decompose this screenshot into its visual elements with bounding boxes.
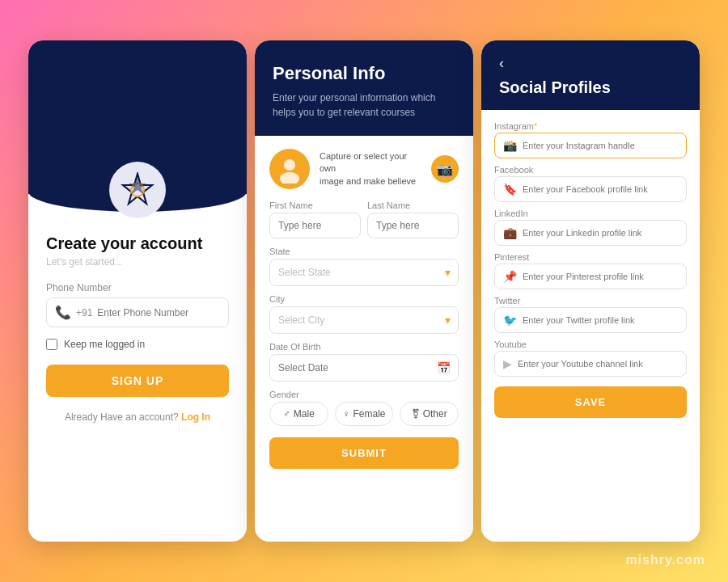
youtube-label: Youtube <box>494 340 687 349</box>
panel1-header <box>28 40 247 194</box>
dob-field: Date Of Birth 📅 <box>269 342 459 382</box>
city-field: City Select City ▾ <box>269 294 459 334</box>
submit-button[interactable]: SUBMIT <box>269 437 459 469</box>
last-name-input[interactable] <box>367 213 459 238</box>
keep-logged-label: Keep me logged in <box>64 339 145 350</box>
male-icon: ♂ <box>283 408 290 420</box>
keep-logged-row: Keep me logged in <box>46 339 229 350</box>
youtube-field: Youtube ▶ <box>494 340 687 377</box>
city-select-wrap[interactable]: Select City ▾ <box>269 306 459 334</box>
personal-info-subtitle: Enter your personal information which he… <box>273 91 455 120</box>
panel3-header: ‹ Social Profiles <box>481 40 700 110</box>
gender-male-button[interactable]: ♂ Male <box>269 402 328 426</box>
login-row: Already Have an account? Log In <box>46 411 229 423</box>
personal-info-title: Personal Info <box>273 63 455 84</box>
first-name-label: First Name <box>269 200 361 210</box>
twitter-input-wrap[interactable]: 🐦 <box>494 307 687 333</box>
create-account-title: Create your account <box>46 234 229 253</box>
phone-prefix: +91 <box>76 307 92 318</box>
instagram-input-wrap[interactable]: 📸 <box>494 133 687 158</box>
panel3-body: Instagram* 📸 Facebook 🔖 LinkedIn � <box>481 110 700 542</box>
logo-circle <box>109 162 166 218</box>
state-label: State <box>269 247 459 256</box>
date-wrap[interactable]: 📅 <box>269 354 459 382</box>
linkedin-input-wrap[interactable]: 💼 <box>494 220 687 246</box>
gender-other-button[interactable]: ⚧ Other <box>400 402 459 426</box>
other-icon: ⚧ <box>412 408 420 420</box>
keep-logged-checkbox[interactable] <box>46 339 57 350</box>
city-select[interactable]: Select City <box>269 306 459 334</box>
facebook-field: Facebook 🔖 <box>494 165 687 202</box>
gender-female-button[interactable]: ♀ Female <box>335 402 394 426</box>
linkedin-field: LinkedIn 💼 <box>494 209 687 246</box>
youtube-input[interactable] <box>518 359 678 369</box>
watermark: mishry.com <box>625 553 705 567</box>
state-select-wrap[interactable]: Select State ▾ <box>269 259 459 286</box>
last-name-field: Last Name <box>367 200 459 238</box>
panel1-body: Create your account Let's get started...… <box>28 194 247 542</box>
facebook-input-wrap[interactable]: 🔖 <box>494 176 687 202</box>
save-button[interactable]: SAVE <box>494 386 687 418</box>
gender-label: Gender <box>269 390 459 399</box>
instagram-field: Instagram* 📸 <box>494 121 687 158</box>
state-select[interactable]: Select State <box>269 259 459 286</box>
instagram-label: Instagram* <box>494 121 687 131</box>
pinterest-label: Pinterest <box>494 252 687 262</box>
facebook-label: Facebook <box>494 165 687 175</box>
avatar <box>269 149 310 189</box>
twitter-icon: 🐦 <box>503 314 517 327</box>
phone-input[interactable] <box>97 307 220 318</box>
pinterest-input-wrap[interactable]: 📌 <box>494 264 687 289</box>
already-account-text: Already Have an account? <box>65 411 179 423</box>
facebook-icon: 🔖 <box>503 183 517 196</box>
first-name-input[interactable] <box>269 213 361 238</box>
panel2-body: Capture or select your own image and mak… <box>255 136 473 542</box>
pinterest-icon: 📌 <box>503 270 517 283</box>
panel2-header: Personal Info Enter your personal inform… <box>255 40 473 136</box>
instagram-icon: 📸 <box>503 139 517 152</box>
gender-field: Gender ♂ Male ♀ Female ⚧ Other <box>269 390 459 426</box>
camera-button[interactable]: 📷 <box>431 155 459 183</box>
phone-label: Phone Number <box>46 282 229 293</box>
linkedin-icon: 💼 <box>503 226 517 239</box>
pinterest-field: Pinterest 📌 <box>494 252 687 289</box>
last-name-label: Last Name <box>367 200 459 210</box>
login-link[interactable]: Log In <box>181 411 210 423</box>
svg-point-3 <box>284 159 295 171</box>
phone-icon: 📞 <box>55 305 71 320</box>
phone-input-wrap[interactable]: 📞 +91 <box>46 297 229 327</box>
gender-row: ♂ Male ♀ Female ⚧ Other <box>269 402 459 426</box>
camera-icon: 📷 <box>437 162 453 177</box>
twitter-field: Twitter 🐦 <box>494 296 687 333</box>
date-input[interactable] <box>269 354 459 382</box>
linkedin-input[interactable] <box>523 228 678 238</box>
pinterest-input[interactable] <box>523 272 678 281</box>
svg-point-4 <box>280 172 299 183</box>
social-profiles-panel: ‹ Social Profiles Instagram* 📸 Facebook … <box>481 40 700 542</box>
linkedin-label: LinkedIn <box>494 209 687 218</box>
create-account-panel: Create your account Let's get started...… <box>28 40 247 542</box>
create-account-subtitle: Let's get started... <box>46 256 229 268</box>
twitter-input[interactable] <box>523 315 678 325</box>
youtube-icon: ▶ <box>503 357 512 370</box>
instagram-input[interactable] <box>523 141 678 150</box>
youtube-input-wrap[interactable]: ▶ <box>494 351 687 377</box>
facebook-input[interactable] <box>523 184 678 194</box>
dob-label: Date Of Birth <box>269 342 459 352</box>
state-field: State Select State ▾ <box>269 247 459 286</box>
female-icon: ♀ <box>343 408 350 420</box>
first-name-field: First Name <box>269 200 361 238</box>
name-row: First Name Last Name <box>269 200 459 238</box>
back-button[interactable]: ‹ <box>499 55 518 72</box>
personal-info-panel: Personal Info Enter your personal inform… <box>255 40 473 542</box>
twitter-label: Twitter <box>494 296 687 306</box>
signup-button[interactable]: SIGN UP <box>46 365 229 397</box>
avatar-row: Capture or select your own image and mak… <box>269 149 459 189</box>
social-profiles-title: Social Profiles <box>499 78 682 97</box>
avatar-text: Capture or select your own image and mak… <box>320 150 421 188</box>
city-label: City <box>269 294 459 304</box>
